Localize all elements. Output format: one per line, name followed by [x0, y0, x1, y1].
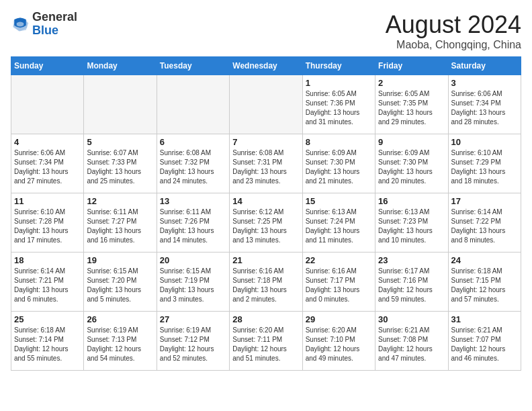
calendar-cell: 14Sunrise: 6:12 AM Sunset: 7:25 PM Dayli…: [230, 193, 302, 253]
day-number: 18: [14, 255, 81, 265]
day-info: Sunrise: 6:09 AM Sunset: 7:30 PM Dayligh…: [378, 148, 445, 186]
calendar-cell: 12Sunrise: 6:11 AM Sunset: 7:27 PM Dayli…: [84, 193, 157, 253]
calendar-cell: 7Sunrise: 6:08 AM Sunset: 7:31 PM Daylig…: [230, 134, 302, 193]
day-info: Sunrise: 6:15 AM Sunset: 7:20 PM Dayligh…: [87, 267, 153, 304]
calendar-cell: 17Sunrise: 6:14 AM Sunset: 7:22 PM Dayli…: [448, 193, 521, 253]
location: Maoba, Chongqing, China: [386, 39, 521, 51]
day-info: Sunrise: 6:14 AM Sunset: 7:22 PM Dayligh…: [451, 208, 518, 245]
day-info: Sunrise: 6:17 AM Sunset: 7:16 PM Dayligh…: [378, 267, 445, 304]
day-number: 24: [451, 255, 518, 265]
day-info: Sunrise: 6:07 AM Sunset: 7:33 PM Dayligh…: [87, 148, 153, 186]
calendar-week-row: 4Sunrise: 6:06 AM Sunset: 7:34 PM Daylig…: [11, 134, 521, 193]
calendar-cell: [11, 75, 84, 134]
calendar-cell: 8Sunrise: 6:09 AM Sunset: 7:30 PM Daylig…: [302, 134, 375, 193]
day-number: 9: [378, 137, 445, 147]
calendar-cell: 29Sunrise: 6:20 AM Sunset: 7:10 PM Dayli…: [302, 312, 375, 371]
day-info: Sunrise: 6:20 AM Sunset: 7:11 PM Dayligh…: [232, 326, 299, 363]
day-number: 23: [378, 255, 445, 265]
day-info: Sunrise: 6:12 AM Sunset: 7:25 PM Dayligh…: [232, 208, 299, 245]
calendar-cell: 2Sunrise: 6:05 AM Sunset: 7:35 PM Daylig…: [375, 75, 448, 134]
calendar-cell: 3Sunrise: 6:06 AM Sunset: 7:34 PM Daylig…: [448, 75, 521, 134]
calendar: SundayMondayTuesdayWednesdayThursdayFrid…: [11, 56, 521, 371]
calendar-cell: 20Sunrise: 6:15 AM Sunset: 7:19 PM Dayli…: [157, 253, 229, 312]
day-info: Sunrise: 6:10 AM Sunset: 7:29 PM Dayligh…: [451, 148, 518, 186]
day-info: Sunrise: 6:20 AM Sunset: 7:10 PM Dayligh…: [306, 326, 372, 363]
calendar-cell: 21Sunrise: 6:16 AM Sunset: 7:18 PM Dayli…: [230, 253, 302, 312]
logo: General Blue: [11, 11, 77, 38]
day-number: 8: [306, 137, 372, 147]
calendar-cell: [230, 75, 302, 134]
logo-icon: [11, 15, 30, 34]
weekday-header: Tuesday: [157, 57, 229, 75]
day-info: Sunrise: 6:06 AM Sunset: 7:34 PM Dayligh…: [14, 148, 81, 186]
day-number: 30: [378, 314, 445, 324]
day-info: Sunrise: 6:10 AM Sunset: 7:28 PM Dayligh…: [14, 208, 81, 245]
title-area: August 2024 Maoba, Chongqing, China: [386, 11, 521, 51]
day-number: 27: [160, 314, 226, 324]
calendar-cell: [84, 75, 157, 134]
day-number: 16: [378, 196, 445, 206]
calendar-cell: 16Sunrise: 6:13 AM Sunset: 7:23 PM Dayli…: [375, 193, 448, 253]
day-number: 1: [306, 78, 372, 88]
calendar-cell: 4Sunrise: 6:06 AM Sunset: 7:34 PM Daylig…: [11, 134, 84, 193]
calendar-cell: 9Sunrise: 6:09 AM Sunset: 7:30 PM Daylig…: [375, 134, 448, 193]
calendar-cell: 27Sunrise: 6:19 AM Sunset: 7:12 PM Dayli…: [157, 312, 229, 371]
calendar-cell: 22Sunrise: 6:16 AM Sunset: 7:17 PM Dayli…: [302, 253, 375, 312]
weekday-header: Friday: [375, 57, 448, 75]
day-number: 3: [451, 78, 518, 88]
calendar-cell: 6Sunrise: 6:08 AM Sunset: 7:32 PM Daylig…: [157, 134, 229, 193]
day-number: 7: [232, 137, 299, 147]
day-info: Sunrise: 6:13 AM Sunset: 7:24 PM Dayligh…: [306, 208, 372, 245]
calendar-cell: 10Sunrise: 6:10 AM Sunset: 7:29 PM Dayli…: [448, 134, 521, 193]
calendar-cell: 23Sunrise: 6:17 AM Sunset: 7:16 PM Dayli…: [375, 253, 448, 312]
day-number: 15: [306, 196, 372, 206]
weekday-header: Monday: [84, 57, 157, 75]
calendar-week-row: 1Sunrise: 6:05 AM Sunset: 7:36 PM Daylig…: [11, 75, 521, 134]
day-number: 31: [451, 314, 518, 324]
calendar-cell: 5Sunrise: 6:07 AM Sunset: 7:33 PM Daylig…: [84, 134, 157, 193]
day-number: 19: [87, 255, 153, 265]
calendar-cell: 13Sunrise: 6:11 AM Sunset: 7:26 PM Dayli…: [157, 193, 229, 253]
calendar-cell: 30Sunrise: 6:21 AM Sunset: 7:08 PM Dayli…: [375, 312, 448, 371]
calendar-week-row: 11Sunrise: 6:10 AM Sunset: 7:28 PM Dayli…: [11, 193, 521, 253]
day-number: 4: [14, 137, 81, 147]
calendar-cell: 11Sunrise: 6:10 AM Sunset: 7:28 PM Dayli…: [11, 193, 84, 253]
day-info: Sunrise: 6:21 AM Sunset: 7:07 PM Dayligh…: [451, 326, 518, 363]
day-info: Sunrise: 6:16 AM Sunset: 7:17 PM Dayligh…: [306, 267, 372, 304]
day-number: 29: [306, 314, 372, 324]
day-info: Sunrise: 6:15 AM Sunset: 7:19 PM Dayligh…: [160, 267, 226, 304]
calendar-cell: 31Sunrise: 6:21 AM Sunset: 7:07 PM Dayli…: [448, 312, 521, 371]
day-number: 10: [451, 137, 518, 147]
calendar-cell: 26Sunrise: 6:19 AM Sunset: 7:13 PM Dayli…: [84, 312, 157, 371]
day-info: Sunrise: 6:05 AM Sunset: 7:35 PM Dayligh…: [378, 89, 445, 127]
day-info: Sunrise: 6:11 AM Sunset: 7:27 PM Dayligh…: [87, 208, 153, 245]
weekday-header: Wednesday: [230, 57, 302, 75]
weekday-header-row: SundayMondayTuesdayWednesdayThursdayFrid…: [11, 57, 521, 75]
calendar-cell: 19Sunrise: 6:15 AM Sunset: 7:20 PM Dayli…: [84, 253, 157, 312]
day-number: 12: [87, 196, 153, 206]
calendar-cell: 1Sunrise: 6:05 AM Sunset: 7:36 PM Daylig…: [302, 75, 375, 134]
logo-text: General Blue: [32, 11, 77, 38]
calendar-cell: 18Sunrise: 6:14 AM Sunset: 7:21 PM Dayli…: [11, 253, 84, 312]
logo-blue: Blue: [32, 24, 58, 37]
day-number: 22: [306, 255, 372, 265]
day-info: Sunrise: 6:16 AM Sunset: 7:18 PM Dayligh…: [232, 267, 299, 304]
day-info: Sunrise: 6:19 AM Sunset: 7:13 PM Dayligh…: [87, 326, 153, 363]
calendar-cell: 28Sunrise: 6:20 AM Sunset: 7:11 PM Dayli…: [230, 312, 302, 371]
day-number: 20: [160, 255, 226, 265]
day-number: 17: [451, 196, 518, 206]
day-number: 5: [87, 137, 153, 147]
day-number: 28: [232, 314, 299, 324]
calendar-cell: 25Sunrise: 6:18 AM Sunset: 7:14 PM Dayli…: [11, 312, 84, 371]
day-number: 6: [160, 137, 226, 147]
day-number: 26: [87, 314, 153, 324]
calendar-cell: 24Sunrise: 6:18 AM Sunset: 7:15 PM Dayli…: [448, 253, 521, 312]
day-number: 13: [160, 196, 226, 206]
day-number: 14: [232, 196, 299, 206]
day-number: 21: [232, 255, 299, 265]
day-info: Sunrise: 6:05 AM Sunset: 7:36 PM Dayligh…: [306, 89, 372, 127]
calendar-week-row: 18Sunrise: 6:14 AM Sunset: 7:21 PM Dayli…: [11, 253, 521, 312]
day-info: Sunrise: 6:06 AM Sunset: 7:34 PM Dayligh…: [451, 89, 518, 127]
day-info: Sunrise: 6:13 AM Sunset: 7:23 PM Dayligh…: [378, 208, 445, 245]
weekday-header: Sunday: [11, 57, 84, 75]
